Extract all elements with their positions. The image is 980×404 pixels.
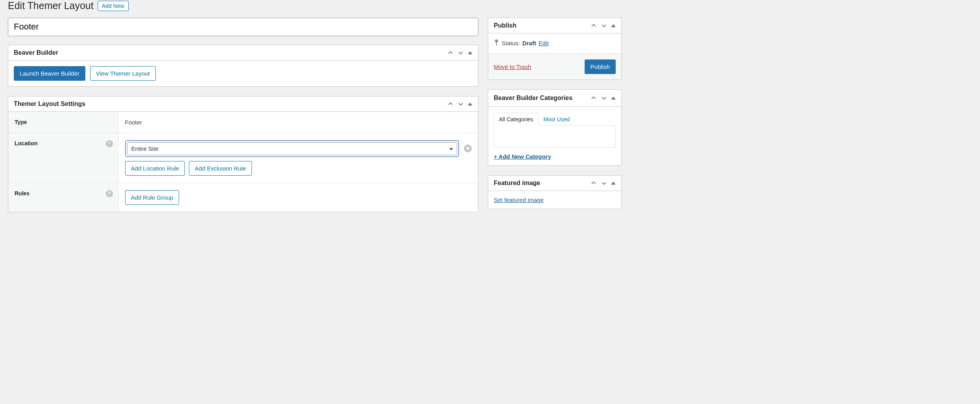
move-down-icon[interactable] bbox=[601, 22, 607, 29]
view-themer-layout-button[interactable]: View Themer Layout bbox=[90, 66, 156, 81]
add-new-button[interactable]: Add New bbox=[98, 1, 129, 11]
move-down-icon[interactable] bbox=[601, 95, 607, 101]
move-up-icon[interactable] bbox=[591, 180, 597, 186]
add-new-category-link[interactable]: + Add New Category bbox=[494, 153, 551, 160]
move-up-icon[interactable] bbox=[447, 101, 454, 107]
settings-box-title: Themer Layout Settings bbox=[14, 100, 85, 107]
publish-button[interactable]: Publish bbox=[585, 59, 616, 74]
rules-label: Rules bbox=[15, 190, 30, 196]
publish-box: Publish bbox=[488, 18, 622, 80]
remove-location-icon[interactable] bbox=[464, 145, 472, 152]
setting-row-location: Location ? Entire Site bbox=[8, 133, 478, 183]
featured-image-box-title: Featured image bbox=[494, 180, 540, 187]
themer-layout-settings-box: Themer Layout Settings Type bbox=[8, 96, 478, 212]
toggle-collapse-icon[interactable] bbox=[611, 24, 616, 27]
move-down-icon[interactable] bbox=[458, 50, 464, 56]
set-featured-image-link[interactable]: Set featured image bbox=[494, 196, 544, 203]
location-label: Location bbox=[15, 140, 37, 146]
beaver-builder-box-title: Beaver Builder bbox=[14, 49, 58, 56]
tab-most-used[interactable]: Most Used bbox=[538, 113, 575, 126]
toggle-collapse-icon[interactable] bbox=[611, 182, 616, 185]
status-value: Draft bbox=[522, 40, 536, 46]
beaver-builder-box: Beaver Builder Launch Beaver Builder bbox=[8, 45, 478, 87]
move-up-icon[interactable] bbox=[591, 95, 597, 101]
layout-title-input[interactable] bbox=[8, 18, 478, 36]
add-location-rule-button[interactable]: Add Location Rule bbox=[125, 161, 185, 176]
type-value: Footer bbox=[118, 112, 478, 133]
featured-image-box: Featured image Set featured image bbox=[488, 175, 622, 209]
move-up-icon[interactable] bbox=[591, 22, 597, 29]
setting-row-rules: Rules ? Add Rule Group bbox=[8, 183, 478, 212]
edit-status-link[interactable]: Edit bbox=[539, 40, 549, 46]
setting-row-type: Type Footer bbox=[8, 112, 478, 133]
move-down-icon[interactable] bbox=[601, 180, 607, 186]
add-rule-group-button[interactable]: Add Rule Group bbox=[125, 190, 179, 205]
launch-beaver-builder-button[interactable]: Launch Beaver Builder bbox=[14, 66, 85, 81]
toggle-collapse-icon[interactable] bbox=[468, 51, 472, 54]
tab-all-categories[interactable]: All Categories bbox=[494, 113, 538, 126]
move-down-icon[interactable] bbox=[458, 101, 464, 107]
page-header: Edit Themer Layout Add New bbox=[8, 0, 622, 11]
move-up-icon[interactable] bbox=[447, 50, 454, 56]
status-label: Status: bbox=[502, 40, 520, 46]
svg-point-0 bbox=[495, 39, 498, 43]
page-title: Edit Themer Layout bbox=[8, 0, 94, 11]
publish-box-title: Publish bbox=[494, 22, 517, 29]
categories-box-title: Beaver Builder Categories bbox=[494, 94, 572, 102]
category-list bbox=[494, 126, 616, 148]
help-icon[interactable]: ? bbox=[106, 140, 113, 147]
move-to-trash-link[interactable]: Move to Trash bbox=[494, 63, 531, 70]
toggle-collapse-icon[interactable] bbox=[468, 102, 472, 106]
location-select[interactable]: Entire Site bbox=[127, 142, 458, 155]
help-icon[interactable]: ? bbox=[106, 190, 113, 197]
svg-rect-1 bbox=[496, 42, 497, 46]
toggle-collapse-icon[interactable] bbox=[611, 96, 616, 100]
type-label: Type bbox=[8, 112, 118, 133]
pin-icon bbox=[494, 39, 499, 47]
add-exclusion-rule-button[interactable]: Add Exclusion Rule bbox=[189, 161, 252, 176]
categories-box: Beaver Builder Categories All Categories bbox=[488, 89, 622, 166]
